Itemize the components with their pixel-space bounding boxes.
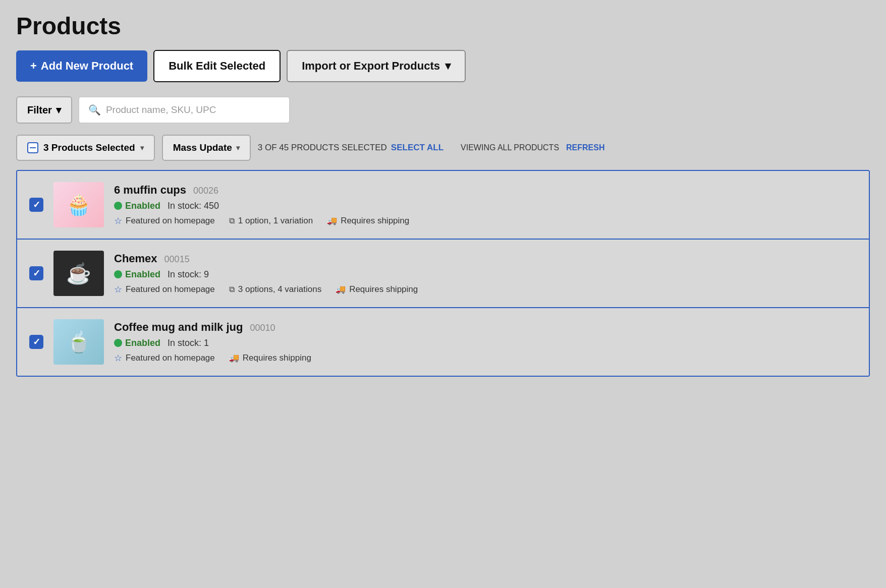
search-icon: 🔍 <box>88 104 101 116</box>
product-checkbox-1[interactable] <box>29 266 43 280</box>
mass-update-label: Mass Update <box>173 142 232 153</box>
variations-icon: ⧉ <box>229 285 235 294</box>
product-name-row: 6 muffin cups 00026 <box>114 184 857 197</box>
product-info-0: 6 muffin cups 00026 Enabled In stock: 45… <box>114 184 857 226</box>
product-status: Enabled <box>114 269 160 280</box>
variations-label: 1 option, 1 variation <box>238 216 313 226</box>
filter-label: Filter <box>27 104 52 116</box>
product-info-1: Chemex 00015 Enabled In stock: 9 ☆ Featu… <box>114 252 857 295</box>
product-row[interactable]: ☕ Chemex 00015 Enabled In stock: 9 ☆ Fea… <box>17 240 869 308</box>
bulk-edit-button[interactable]: Bulk Edit Selected <box>153 50 281 82</box>
filter-row: Filter ▾ 🔍 Product name, SKU, UPC <box>16 96 870 124</box>
plus-icon: + <box>30 60 37 73</box>
product-checkbox-2[interactable] <box>29 335 43 349</box>
product-image-0: 🧁 <box>53 182 104 227</box>
product-stock: In stock: 450 <box>168 201 219 211</box>
product-status: Enabled <box>114 201 160 211</box>
search-box[interactable]: 🔍 Product name, SKU, UPC <box>78 96 290 124</box>
product-sku: 00026 <box>193 186 218 196</box>
product-sku: 00010 <box>250 323 275 333</box>
shipping-label: Requires shipping <box>341 216 409 226</box>
product-row[interactable]: 🍵 Coffee mug and milk jug 00010 Enabled … <box>17 308 869 376</box>
filter-button[interactable]: Filter ▾ <box>16 96 72 124</box>
variations-info: ⧉ 1 option, 1 variation <box>229 216 313 226</box>
product-name-row: Coffee mug and milk jug 00010 <box>114 321 857 334</box>
product-status-row: Enabled In stock: 9 <box>114 269 857 280</box>
product-status-row: Enabled In stock: 450 <box>114 201 857 211</box>
chevron-down-icon: ▾ <box>445 60 451 73</box>
shipping-label: Requires shipping <box>349 284 418 295</box>
star-icon: ☆ <box>114 284 122 295</box>
add-new-label: Add New Product <box>41 60 133 73</box>
variations-icon: ⧉ <box>229 216 235 225</box>
shipping-info: 🚚 Requires shipping <box>336 284 418 295</box>
shipping-label: Requires shipping <box>243 353 311 363</box>
product-name: Coffee mug and milk jug <box>114 321 243 334</box>
product-name: 6 muffin cups <box>114 184 186 197</box>
star-icon: ☆ <box>114 352 122 364</box>
shipping-icon: 🚚 <box>336 284 346 294</box>
shipping-icon: 🚚 <box>327 216 337 225</box>
products-selected-chevron-icon: ▾ <box>140 144 144 152</box>
featured-label: Featured on homepage <box>126 353 215 363</box>
featured-homepage[interactable]: ☆ Featured on homepage <box>114 352 215 364</box>
product-stock: In stock: 1 <box>168 338 209 348</box>
product-status: Enabled <box>114 338 160 348</box>
toolbar: + Add New Product Bulk Edit Selected Imp… <box>16 50 870 82</box>
search-placeholder-text: Product name, SKU, UPC <box>106 104 216 115</box>
products-selected-button[interactable]: 3 Products Selected ▾ <box>16 135 155 161</box>
product-stock: In stock: 9 <box>168 269 209 280</box>
selection-info: 3 OF 45 PRODUCTS SELECTED SELECT ALL <box>258 143 444 153</box>
refresh-link[interactable]: REFRESH <box>566 143 604 152</box>
shipping-info: 🚚 Requires shipping <box>229 353 311 363</box>
product-meta-row: ☆ Featured on homepage 🚚 Requires shippi… <box>114 352 857 364</box>
filter-chevron-icon: ▾ <box>56 104 61 116</box>
product-sku: 00015 <box>164 254 190 265</box>
shipping-info: 🚚 Requires shipping <box>327 216 409 226</box>
enabled-dot-icon <box>114 270 122 278</box>
viewing-text: VIEWING ALL PRODUCTS <box>461 143 559 152</box>
add-new-product-button[interactable]: + Add New Product <box>16 50 147 82</box>
product-info-2: Coffee mug and milk jug 00010 Enabled In… <box>114 321 857 364</box>
product-meta-row: ☆ Featured on homepage ⧉ 1 option, 1 var… <box>114 215 857 226</box>
product-meta-row: ☆ Featured on homepage ⧉ 3 options, 4 va… <box>114 284 857 295</box>
variations-label: 3 options, 4 variations <box>238 284 321 295</box>
page-title: Products <box>16 12 870 40</box>
featured-homepage[interactable]: ☆ Featured on homepage <box>114 215 215 226</box>
selection-row: 3 Products Selected ▾ Mass Update ▾ 3 OF… <box>16 135 870 161</box>
star-icon: ☆ <box>114 215 122 226</box>
enabled-dot-icon <box>114 339 122 347</box>
product-image-2: 🍵 <box>53 319 104 365</box>
featured-homepage[interactable]: ☆ Featured on homepage <box>114 284 215 295</box>
count-text: 3 OF 45 PRODUCTS SELECTED <box>258 143 387 153</box>
product-name-row: Chemex 00015 <box>114 252 857 265</box>
enabled-dot-icon <box>114 202 122 210</box>
import-export-button[interactable]: Import or Export Products ▾ <box>287 50 466 82</box>
featured-label: Featured on homepage <box>126 284 215 295</box>
product-name: Chemex <box>114 252 157 265</box>
product-status-row: Enabled In stock: 1 <box>114 338 857 348</box>
product-image-1: ☕ <box>53 251 104 296</box>
minus-checkbox-icon <box>27 142 38 153</box>
shipping-icon: 🚚 <box>229 353 239 363</box>
bulk-edit-label: Bulk Edit Selected <box>169 60 265 72</box>
select-all-link[interactable]: SELECT ALL <box>391 143 444 153</box>
featured-label: Featured on homepage <box>126 216 215 226</box>
products-selected-label: 3 Products Selected <box>43 142 135 153</box>
variations-info: ⧉ 3 options, 4 variations <box>229 284 321 295</box>
import-export-label: Import or Export Products <box>302 60 440 73</box>
product-row[interactable]: 🧁 6 muffin cups 00026 Enabled In stock: … <box>17 171 869 240</box>
mass-update-button[interactable]: Mass Update ▾ <box>162 135 251 161</box>
product-checkbox-0[interactable] <box>29 198 43 212</box>
products-list: 🧁 6 muffin cups 00026 Enabled In stock: … <box>16 170 870 377</box>
mass-update-chevron-icon: ▾ <box>236 144 240 152</box>
